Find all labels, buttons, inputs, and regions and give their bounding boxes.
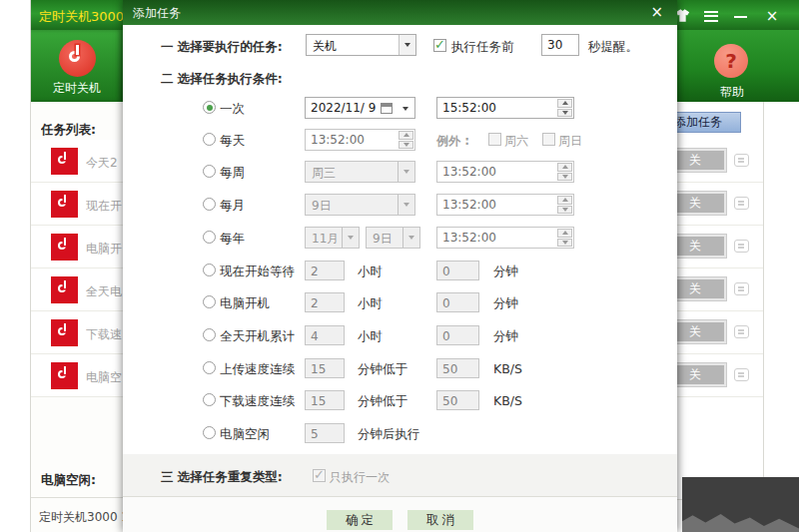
unit-label: KB/S: [493, 393, 522, 408]
radio-idle[interactable]: [203, 426, 216, 439]
spin-up-icon[interactable]: [557, 229, 572, 238]
help-label: 帮助: [700, 84, 764, 101]
task-list-item[interactable]: 电脑开: [31, 226, 124, 268]
sunday-checkbox[interactable]: [542, 133, 555, 146]
calendar-icon: [381, 103, 393, 114]
radio-weekly[interactable]: [203, 165, 216, 178]
month-value: 11月: [312, 231, 339, 248]
hours-input[interactable]: [305, 261, 345, 280]
radio-wait-from-now[interactable]: [203, 264, 216, 276]
edit-task-icon[interactable]: [734, 282, 749, 295]
power-icon: [51, 362, 78, 389]
condition-label: 电脑空闲: [220, 426, 270, 443]
speed-input[interactable]: [436, 390, 479, 410]
power-icon: [51, 319, 78, 346]
month-dropdown[interactable]: 11月: [305, 227, 360, 249]
power-icon: [59, 40, 96, 77]
desktop-dark-block: [682, 477, 799, 532]
radio-pc-on[interactable]: [203, 295, 216, 308]
time-spinner[interactable]: 13:52:00: [305, 129, 415, 151]
minimize-icon[interactable]: [734, 8, 750, 24]
spin-down-icon[interactable]: [399, 141, 413, 150]
minutes-input[interactable]: [436, 325, 479, 345]
radio-total-uptime[interactable]: [203, 328, 216, 341]
remind-label: 执行任务前: [451, 39, 514, 56]
add-task-dialog: 添加任务 × 一 选择要执行的任务: 关机 ✓ 执行任务前 秒提醒。 二 选择任…: [123, 0, 677, 532]
task-list-item[interactable]: 今天2: [31, 140, 124, 183]
unit-label: 小时: [358, 328, 383, 345]
saturday-label: 周六: [504, 133, 528, 150]
time-spinner[interactable]: 13:52:00: [436, 227, 574, 249]
edit-task-icon[interactable]: [734, 240, 749, 253]
remind-seconds-input[interactable]: [541, 34, 579, 56]
spin-up-icon[interactable]: [557, 99, 572, 108]
radio-once[interactable]: [203, 101, 216, 114]
spin-down-icon[interactable]: [557, 206, 572, 215]
task-item-label: 今天2: [86, 155, 124, 172]
task-list-header: 任务列表:: [41, 122, 124, 139]
task-type-dropdown[interactable]: 关机: [306, 34, 416, 56]
condition-label: 每年: [220, 231, 245, 248]
task-list-item[interactable]: 全天电: [31, 268, 124, 311]
computer-idle-label: 电脑空闲:: [41, 472, 96, 489]
minutes-input[interactable]: [305, 358, 345, 378]
ok-button[interactable]: 确定: [327, 510, 393, 530]
cancel-button[interactable]: 取消: [407, 510, 473, 530]
spin-down-icon[interactable]: [557, 109, 572, 118]
edit-task-icon[interactable]: [734, 368, 749, 381]
remind-checkbox[interactable]: ✓: [433, 39, 446, 52]
spin-down-icon[interactable]: [557, 239, 572, 248]
task-item-label: 现在开: [86, 198, 124, 215]
chevron-down-icon: [398, 195, 414, 215]
unit-label: 小时: [358, 264, 383, 280]
day-dropdown[interactable]: 9日: [366, 227, 420, 249]
date-picker[interactable]: 2022/11/ 9: [305, 97, 415, 119]
help-icon: ?: [714, 44, 748, 78]
repeat-once-checkbox[interactable]: ✓: [313, 469, 326, 482]
radio-monthly[interactable]: [203, 198, 216, 211]
minutes-input[interactable]: [305, 390, 345, 410]
hours-input[interactable]: [305, 292, 345, 312]
radio-upload-speed[interactable]: [203, 361, 216, 374]
weekday-dropdown[interactable]: 周三: [305, 161, 415, 183]
unit-label: 分钟低于: [358, 393, 407, 410]
spin-down-icon[interactable]: [557, 173, 572, 182]
menu-icon[interactable]: [704, 8, 720, 24]
time-spinner[interactable]: 13:52:00: [436, 194, 574, 216]
hours-input[interactable]: [305, 325, 345, 345]
radio-download-speed[interactable]: [203, 393, 216, 406]
day-value: 9日: [373, 231, 393, 248]
radio-yearly[interactable]: [203, 231, 216, 244]
condition-label: 每周: [220, 165, 245, 182]
unit-label: 分钟: [493, 328, 518, 345]
minutes-input[interactable]: [436, 292, 479, 312]
idle-minutes-input[interactable]: [305, 423, 345, 443]
monthday-value: 9日: [312, 198, 332, 215]
speed-input[interactable]: [436, 358, 479, 378]
close-icon[interactable]: ×: [764, 8, 780, 24]
chevron-down-icon: [342, 228, 359, 248]
spin-up-icon[interactable]: [557, 196, 572, 205]
monthday-dropdown[interactable]: 9日: [305, 194, 415, 216]
radio-daily[interactable]: [203, 133, 216, 146]
dialog-close-icon[interactable]: ×: [650, 3, 663, 21]
nav-tab-shutdown[interactable]: 定时关机: [31, 30, 123, 102]
power-icon: [51, 234, 78, 261]
edit-task-icon[interactable]: [734, 154, 749, 167]
task-list-item[interactable]: 电脑空: [31, 354, 124, 397]
spin-up-icon[interactable]: [399, 131, 413, 140]
task-list-item[interactable]: 现在开: [31, 183, 124, 226]
edit-task-icon[interactable]: [734, 197, 749, 210]
time-value: 13:52:00: [442, 165, 496, 179]
minutes-input[interactable]: [436, 261, 479, 280]
time-spinner[interactable]: 15:52:00: [436, 97, 574, 119]
step3-label: 三 选择任务重复类型:: [161, 469, 283, 486]
unit-label: KB/S: [493, 361, 522, 376]
help-button[interactable]: ? 帮助: [700, 42, 764, 100]
time-spinner[interactable]: 13:52:00: [436, 161, 574, 183]
task-list-item[interactable]: 下载速: [31, 311, 124, 354]
saturday-checkbox[interactable]: [488, 133, 501, 146]
spin-up-icon[interactable]: [557, 163, 572, 172]
repeat-once-label: 只执行一次: [330, 469, 390, 486]
edit-task-icon[interactable]: [734, 325, 749, 338]
